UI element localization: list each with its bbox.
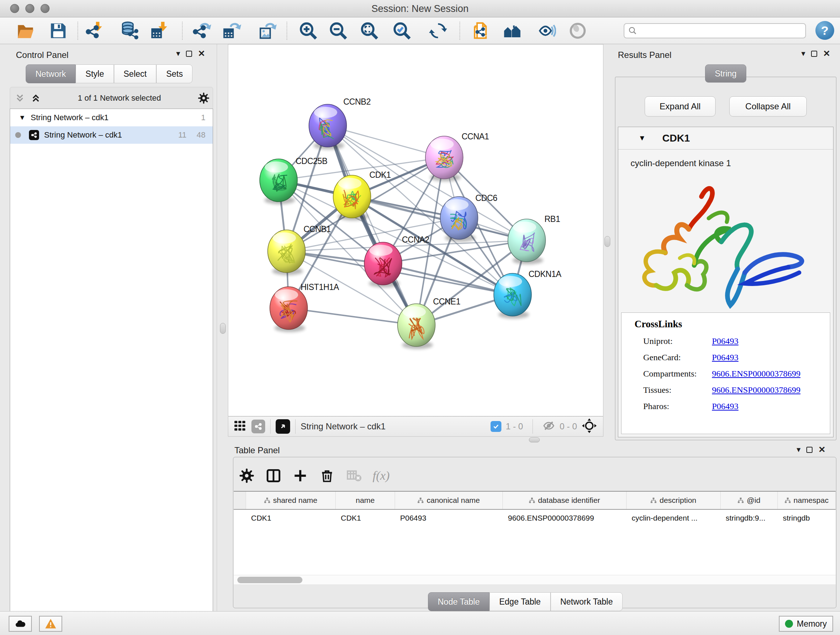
delete-column-trash-icon[interactable]: [319, 468, 335, 484]
right-splitter-handle[interactable]: [605, 236, 610, 247]
column-header-@id[interactable]: @id: [721, 492, 778, 509]
selected-checkbox-icon[interactable]: [491, 421, 501, 432]
network-node-HIST1H1A[interactable]: HIST1H1A: [270, 282, 339, 332]
tab-sets[interactable]: Sets: [156, 65, 193, 83]
table-cell[interactable]: CDK1: [246, 510, 336, 526]
crosslink-link[interactable]: P06493: [712, 336, 738, 346]
column-header-shared-name[interactable]: shared name: [246, 492, 336, 509]
table-cell[interactable]: stringdb: [778, 510, 836, 526]
search-input[interactable]: [638, 26, 793, 35]
edge-CCNA2-CDKN1A[interactable]: [383, 264, 513, 295]
show-graphics-details-button[interactable]: [535, 20, 557, 42]
table-horizontal-scrollbar[interactable]: [234, 575, 836, 584]
network-view-title: String Network – cdk1: [301, 421, 386, 432]
tab-network-table[interactable]: Network Table: [551, 592, 622, 611]
network-canvas[interactable]: CCNB2CCNA1CDC25BCDK1CDC6RB1CCNB1CCNA2CDK…: [228, 44, 603, 416]
crosslink-link[interactable]: P06493: [712, 353, 738, 362]
network-row-selected[interactable]: String Network – cdk1 11 48: [10, 126, 213, 144]
export-image-button[interactable]: [257, 20, 279, 42]
home-button[interactable]: [501, 20, 523, 42]
open-session-button[interactable]: [15, 20, 36, 42]
network-collection-row[interactable]: ▼ String Network – cdk1 1: [10, 109, 213, 126]
results-panel-menu-icon[interactable]: ▾: [801, 49, 805, 58]
crosslink-link[interactable]: 9606.ENSP00000378699: [712, 385, 801, 394]
network-node-RB1[interactable]: RB1: [508, 214, 560, 264]
row-gutter: [234, 492, 246, 509]
network-node-CDK1[interactable]: CDK1: [333, 170, 391, 220]
network-graph[interactable]: CCNB2CCNA1CDC25BCDK1CDC6RB1CCNB1CCNA2CDK…: [228, 44, 603, 416]
table-panel-menu-icon[interactable]: ▾: [797, 445, 801, 454]
protein-expander-icon[interactable]: ▼: [638, 134, 646, 142]
zoom-fit-button[interactable]: [358, 20, 380, 42]
help-button[interactable]: ?: [815, 21, 834, 40]
control-panel-close-icon[interactable]: ✕: [198, 49, 205, 59]
control-panel-menu-icon[interactable]: ▾: [176, 49, 180, 58]
tab-string[interactable]: String: [705, 65, 746, 82]
table-row[interactable]: CDK1CDK1P064939606.ENSP00000378699cyclin…: [234, 510, 836, 526]
show-columns-icon[interactable]: [265, 468, 281, 484]
column-header-description[interactable]: description: [627, 492, 721, 509]
zoom-out-button[interactable]: [327, 20, 349, 42]
import-table-button[interactable]: [149, 20, 171, 42]
column-header-namespace[interactable]: namespac: [778, 492, 836, 509]
column-header-canonical-name[interactable]: canonical name: [395, 492, 503, 509]
memory-button[interactable]: Memory: [779, 616, 833, 632]
protein-header[interactable]: ▼ CDK1: [618, 127, 833, 149]
scrollbar-thumb[interactable]: [237, 577, 302, 583]
zoom-in-button[interactable]: [297, 20, 319, 42]
tab-node-table[interactable]: Node Table: [428, 592, 489, 611]
create-column-plus-icon[interactable]: [292, 468, 308, 484]
table-cell[interactable]: stringdb:9...: [721, 510, 778, 526]
expand-all-icon[interactable]: [30, 93, 41, 103]
level-of-detail-button[interactable]: [567, 20, 589, 42]
left-splitter-handle[interactable]: [220, 323, 226, 334]
collapse-all-icon[interactable]: [14, 93, 25, 103]
import-network-database-button[interactable]: [119, 20, 141, 42]
refresh-layout-button[interactable]: [428, 20, 450, 42]
control-panel-float-icon[interactable]: [186, 51, 192, 57]
network-node-CDC6[interactable]: CDC6: [440, 193, 497, 242]
table-cell[interactable]: CDK1: [336, 510, 395, 526]
import-network-file-button[interactable]: [84, 20, 106, 42]
crosslink-link[interactable]: 9606.ENSP00000378699: [712, 369, 801, 378]
network-options-gear-icon[interactable]: [197, 92, 210, 104]
save-session-button[interactable]: [47, 20, 69, 42]
zoom-selected-button[interactable]: [391, 20, 413, 42]
horizontal-splitter-handle[interactable]: [529, 437, 540, 442]
table-cell[interactable]: 9606.ENSP00000378699: [503, 510, 627, 526]
automation-cloud-button[interactable]: [9, 616, 32, 632]
column-header-database-identifier[interactable]: database identifier: [503, 492, 627, 509]
table-panel-float-icon[interactable]: [806, 447, 813, 453]
crosslink-link[interactable]: P06493: [712, 402, 738, 411]
network-node-CCNB2[interactable]: CCNB2: [309, 97, 370, 149]
column-header-name[interactable]: name: [336, 492, 395, 509]
tab-select[interactable]: Select: [114, 65, 156, 83]
edge-CCNB2-CCNE1[interactable]: [328, 126, 416, 325]
expand-all-button[interactable]: Expand All: [645, 96, 715, 117]
fit-selection-crosshair-icon[interactable]: [581, 418, 597, 435]
tab-edge-table[interactable]: Edge Table: [489, 592, 551, 611]
search-box[interactable]: [624, 23, 806, 38]
table-cell[interactable]: P06493: [395, 510, 503, 526]
warnings-button[interactable]: [39, 616, 62, 632]
results-panel-float-icon[interactable]: [811, 51, 817, 57]
birds-eye-view-icon[interactable]: [276, 419, 290, 434]
hidden-eye-icon[interactable]: [542, 419, 555, 434]
export-table-button[interactable]: [221, 20, 243, 42]
collapse-all-button[interactable]: Collapse All: [729, 96, 807, 117]
network-node-CDKN1A[interactable]: CDKN1A: [494, 269, 561, 318]
collection-expander-icon[interactable]: ▼: [19, 114, 26, 122]
table-options-gear-icon[interactable]: [239, 468, 255, 484]
network-view-share-icon[interactable]: [251, 420, 265, 433]
edge-HIST1H1A-CCNE1[interactable]: [289, 308, 416, 325]
grid-view-icon[interactable]: [233, 419, 246, 434]
results-panel-close-icon[interactable]: ✕: [823, 49, 830, 59]
network-node-CCNA1[interactable]: CCNA1: [425, 132, 489, 181]
tab-network[interactable]: Network: [26, 65, 76, 83]
string-import-button[interactable]: [470, 20, 492, 42]
table-panel-close-icon[interactable]: ✕: [818, 445, 826, 455]
tab-style[interactable]: Style: [76, 65, 114, 83]
table-cell[interactable]: cyclin-dependent ...: [627, 510, 721, 526]
function-builder-icon: f(x): [373, 469, 390, 483]
export-network-button[interactable]: [191, 20, 213, 42]
